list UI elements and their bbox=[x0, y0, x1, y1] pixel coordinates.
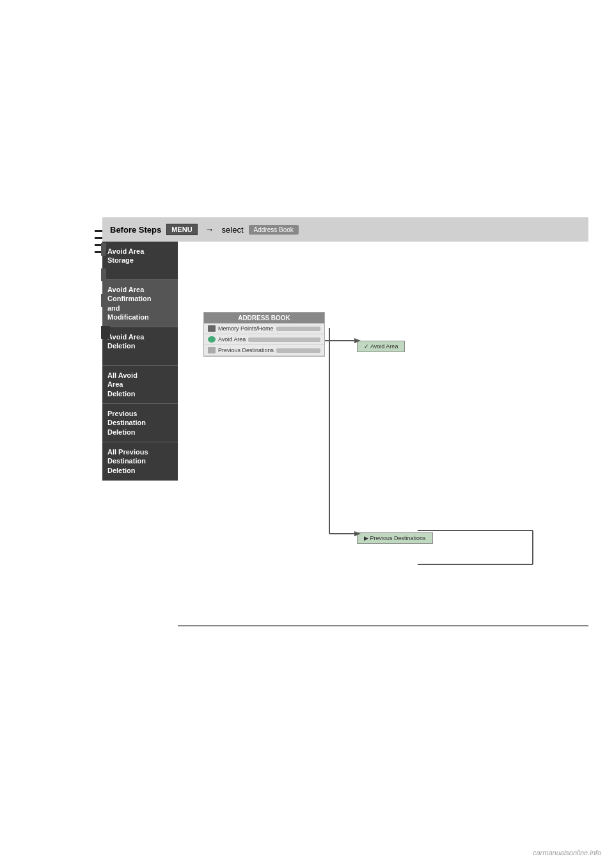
watermark: carmanualsonline.info bbox=[533, 849, 601, 856]
avoid-area-button[interactable]: ✓ Avoid Area bbox=[357, 341, 405, 352]
tab-indicator-1 bbox=[101, 243, 106, 256]
popup-item-bar-memory bbox=[276, 327, 320, 331]
avoid-area-button-label: ✓ Avoid Area bbox=[364, 343, 398, 350]
popup-item-bar-prev-dest bbox=[276, 348, 320, 353]
sidebar-item-label-previous-destination-deletion: PreviousDestinationDeletion bbox=[107, 409, 146, 437]
menu-button[interactable]: MENU bbox=[166, 224, 197, 235]
arrow-icon: → bbox=[205, 224, 214, 235]
diagram-area: Before Steps MENU → select Address Book … bbox=[102, 217, 588, 626]
left-sidebar: Avoid AreaStorage Avoid AreaConfirmation… bbox=[102, 242, 178, 626]
sidebar-item-avoid-area-storage[interactable]: Avoid AreaStorage bbox=[102, 242, 178, 280]
sidebar-item-label-all-previous-destination-deletion: All PreviousDestinationDeletion bbox=[107, 447, 148, 475]
popup-item-avoid[interactable]: Avoid Area bbox=[204, 334, 324, 345]
avoid-icon bbox=[208, 336, 216, 343]
sidebar-item-label-avoid-area-confirmation: Avoid AreaConfirmationandModification bbox=[107, 285, 151, 322]
marker-2 bbox=[95, 237, 102, 239]
sidebar-item-all-avoid-area-deletion[interactable]: All AvoidAreaDeletion bbox=[102, 366, 178, 404]
popup-title: ADDRESS BOOK bbox=[204, 313, 324, 323]
sidebar-item-avoid-area-deletion[interactable]: Avoid AreaDeletion bbox=[102, 327, 178, 366]
prev-dest-icon bbox=[208, 347, 216, 353]
connector-lines bbox=[178, 242, 588, 626]
tab-indicator-2 bbox=[101, 268, 106, 281]
popup-item-label-memory: Memory Points/Home bbox=[218, 325, 274, 332]
sidebar-item-avoid-area-confirmation[interactable]: Avoid AreaConfirmationandModification bbox=[102, 280, 178, 327]
main-content: ADDRESS BOOK Memory Points/Home Avoid Ar… bbox=[178, 242, 588, 626]
sidebar-item-label-all-avoid-area-deletion: All AvoidAreaDeletion bbox=[107, 371, 138, 398]
tab-indicator-4 bbox=[101, 326, 110, 339]
sidebar-item-previous-destination-deletion[interactable]: PreviousDestinationDeletion bbox=[102, 404, 178, 442]
marker-1 bbox=[95, 230, 102, 232]
bottom-divider-line bbox=[178, 625, 588, 626]
sidebar-item-label-avoid-area-storage: Avoid AreaStorage bbox=[107, 247, 144, 265]
page-container: Before Steps MENU → select Address Book … bbox=[0, 0, 614, 868]
house-icon bbox=[208, 325, 216, 332]
popup-item-bar-avoid bbox=[248, 337, 320, 342]
popup-item-label-avoid: Avoid Area bbox=[218, 336, 246, 343]
tab-indicator-3 bbox=[101, 294, 106, 307]
address-book-popup: ADDRESS BOOK Memory Points/Home Avoid Ar… bbox=[203, 312, 325, 357]
before-steps-label: Before Steps bbox=[110, 225, 161, 235]
before-steps-bar: Before Steps MENU → select Address Book bbox=[102, 217, 588, 242]
prev-dest-button-label: ▶ Previous Destinations bbox=[364, 535, 426, 541]
sidebar-item-all-previous-destination-deletion[interactable]: All PreviousDestinationDeletion bbox=[102, 442, 178, 481]
sidebar-item-label-avoid-area-deletion: Avoid AreaDeletion bbox=[107, 332, 144, 351]
select-label: select bbox=[222, 225, 244, 235]
popup-item-label-prev-dest: Previous Destinations bbox=[218, 347, 274, 353]
popup-item-memory[interactable]: Memory Points/Home bbox=[204, 323, 324, 334]
address-book-tag[interactable]: Address Book bbox=[249, 225, 299, 235]
popup-item-prev-dest[interactable]: Previous Destinations bbox=[204, 345, 324, 356]
prev-dest-button[interactable]: ▶ Previous Destinations bbox=[357, 532, 433, 544]
